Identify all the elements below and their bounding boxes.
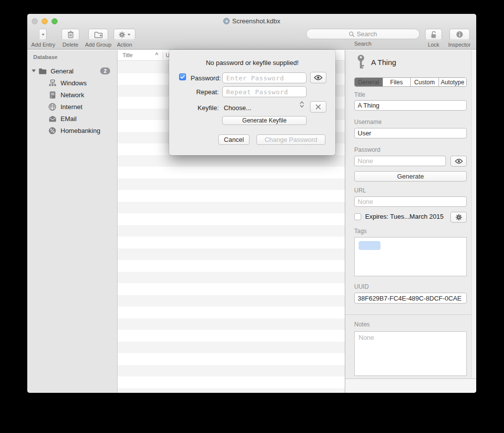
expires-label: Expires: Tues...March 2015 bbox=[365, 213, 443, 220]
sidebar-item-general[interactable]: General 2 bbox=[27, 65, 117, 77]
inspector-button[interactable] bbox=[449, 29, 470, 40]
entry-title: A Thing bbox=[371, 58, 396, 66]
sidebar-item-internet[interactable]: Internet bbox=[27, 101, 117, 113]
delete-button[interactable] bbox=[62, 29, 79, 40]
action-button[interactable] bbox=[114, 29, 135, 40]
close-icon bbox=[315, 104, 321, 110]
username-field[interactable] bbox=[354, 128, 467, 138]
sidebar-item-network[interactable]: Network bbox=[27, 89, 117, 101]
tab-general[interactable]: General bbox=[355, 78, 383, 86]
dialog-reveal-password-button[interactable] bbox=[310, 72, 326, 83]
tab-files[interactable]: Files bbox=[383, 78, 411, 86]
search-tool: Search Search bbox=[306, 29, 420, 47]
change-password-button[interactable]: Change Password bbox=[256, 134, 325, 145]
change-password-dialog: No password or keyfile supplied! Passwor… bbox=[169, 50, 335, 155]
chevron-down-icon bbox=[42, 34, 45, 36]
window-title: Screenshot.kdbx bbox=[232, 17, 280, 25]
dialog-repeat-field[interactable] bbox=[222, 86, 307, 97]
popup-stepper-icon[interactable] bbox=[300, 101, 304, 108]
password-field[interactable] bbox=[354, 156, 446, 166]
workgroup-icon bbox=[48, 79, 57, 87]
lock-button[interactable] bbox=[425, 29, 442, 40]
tab-custom[interactable]: Custom bbox=[411, 78, 439, 86]
dialog-repeat-label: Repeat: bbox=[177, 88, 219, 96]
search-icon bbox=[349, 31, 355, 37]
dialog-password-field[interactable] bbox=[222, 72, 307, 83]
tab-autotype[interactable]: Autotype bbox=[439, 78, 467, 86]
url-field[interactable] bbox=[354, 196, 467, 207]
sidebar-header: Database bbox=[33, 54, 58, 60]
password-label: Password bbox=[354, 146, 380, 153]
key-icon bbox=[356, 55, 366, 70]
window-title-area: Screenshot.kdbx bbox=[27, 17, 476, 25]
expires-checkbox[interactable] bbox=[354, 213, 361, 220]
sidebar: Database General 2 bbox=[27, 50, 118, 393]
clear-keyfile-button[interactable] bbox=[310, 101, 326, 113]
reveal-password-button[interactable] bbox=[450, 156, 467, 167]
add-group-button[interactable] bbox=[88, 29, 108, 40]
inspector-tabs: General Files Custom Autotype bbox=[354, 77, 467, 87]
sidebar-item-email[interactable]: EMail bbox=[27, 113, 117, 124]
tag-pill[interactable] bbox=[359, 241, 380, 250]
username-label: Username bbox=[354, 119, 381, 125]
tags-field[interactable] bbox=[354, 237, 467, 276]
disclosure-triangle-icon[interactable] bbox=[32, 69, 36, 72]
tags-label: Tags bbox=[354, 228, 367, 235]
lock-tool: Lock bbox=[424, 29, 443, 48]
title-field[interactable] bbox=[354, 100, 467, 111]
eye-icon bbox=[314, 75, 322, 80]
add-entry-dropdown[interactable] bbox=[40, 29, 47, 40]
lock-label: Lock bbox=[428, 42, 439, 48]
uuid-label: UUID bbox=[354, 283, 369, 290]
column-divider[interactable] bbox=[163, 52, 163, 59]
notes-label: Notes bbox=[354, 321, 370, 328]
app-window: Screenshot.kdbx Add Entry bbox=[27, 14, 476, 393]
column-header-title[interactable]: Title bbox=[123, 52, 132, 58]
sidebar-item-label: Internet bbox=[61, 103, 82, 111]
inspector-label: Inspector bbox=[448, 42, 470, 48]
sidebar-item-label: EMail bbox=[61, 115, 77, 123]
add-entry-tool: Add Entry bbox=[31, 29, 55, 48]
expires-settings-button[interactable] bbox=[450, 212, 467, 223]
keyfile-popup-value[interactable]: Choose... bbox=[224, 104, 252, 112]
inspector-panel: A Thing General Files Custom Autotype Ti… bbox=[345, 50, 476, 393]
delete-label: Delete bbox=[63, 42, 78, 48]
add-group-tool: Add Group bbox=[83, 29, 114, 48]
cancel-button[interactable]: Cancel bbox=[218, 134, 250, 145]
add-entry-label: Add Entry bbox=[31, 42, 55, 48]
envelope-icon bbox=[48, 115, 57, 123]
chevron-down-icon bbox=[127, 34, 130, 36]
gear-icon bbox=[119, 31, 126, 38]
url-label: URL bbox=[354, 187, 366, 194]
action-tool: Action bbox=[113, 29, 136, 48]
trash-icon bbox=[67, 31, 74, 38]
panel-scrollbar[interactable] bbox=[471, 50, 476, 378]
action-label: Action bbox=[117, 42, 132, 48]
expires-row: Expires: Tues...March 2015 bbox=[354, 213, 443, 220]
delete-tool: Delete bbox=[59, 29, 82, 48]
sidebar-item-homebanking[interactable]: Homebanking bbox=[27, 124, 117, 136]
generate-keyfile-button[interactable]: Generate Keyfile bbox=[222, 116, 307, 125]
folder-plus-icon bbox=[94, 31, 103, 38]
sidebar-item-label: Network bbox=[61, 91, 84, 99]
sidebar-item-windows[interactable]: Windows bbox=[27, 77, 117, 89]
search-label: Search bbox=[354, 41, 372, 47]
eye-icon bbox=[455, 159, 463, 164]
dialog-password-label: Password: bbox=[179, 74, 221, 82]
uuid-field[interactable] bbox=[354, 293, 467, 304]
search-input[interactable]: Search bbox=[306, 29, 420, 39]
document-proxy-icon[interactable] bbox=[223, 18, 230, 24]
sidebar-item-label: General bbox=[51, 67, 73, 75]
dialog-message: No password or keyfile supplied! bbox=[169, 59, 335, 66]
notes-field[interactable] bbox=[354, 331, 467, 376]
folder-icon bbox=[38, 67, 47, 75]
unlocked-padlock-icon bbox=[430, 31, 437, 39]
change-password-label: Change Password bbox=[264, 136, 317, 143]
server-icon bbox=[48, 91, 57, 99]
generate-password-button[interactable]: Generate bbox=[354, 171, 467, 182]
inspector-tool: Inspector bbox=[446, 29, 472, 48]
panel-footer bbox=[345, 378, 476, 393]
globe-icon bbox=[48, 103, 57, 111]
info-icon bbox=[456, 31, 463, 38]
cancel-label: Cancel bbox=[224, 136, 244, 143]
